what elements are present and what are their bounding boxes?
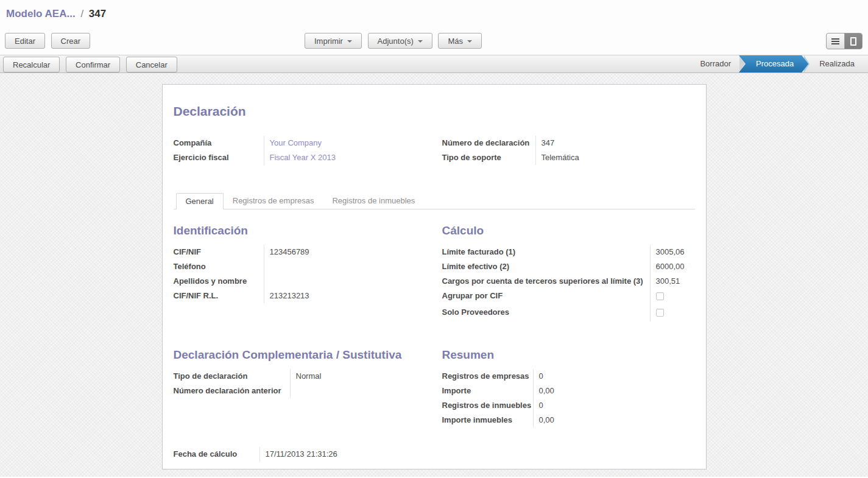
declaration-number-value: 347 [535,136,695,150]
status-step-procesada[interactable]: Procesada [739,55,808,72]
print-button-label: Imprimir [314,37,343,46]
field-row: Apellidos y nombre [174,274,426,289]
status-step-borrador[interactable]: Borrador [691,55,739,72]
field-row: Fecha de cálculo 17/11/2013 21:31:26 [174,447,436,462]
section-identificacion: Identificación CIF/NIF 123456789 Teléfon… [174,224,426,322]
tab-registros-empresas[interactable]: Registros de empresas [224,193,323,209]
cancel-button[interactable]: Cancelar [126,57,177,72]
tab-registros-inmuebles[interactable]: Registros de inmuebles [323,193,424,209]
importe-inmuebles-label: Importe inmuebles [442,413,533,427]
field-row: Límite facturado (1) 3005,06 [442,245,695,259]
apellidos-nombre-value [264,274,426,289]
cif-nif-rl-value: 213213213 [264,289,426,303]
solo-proveedores-label: Solo Proveedores [442,305,650,322]
form-view-button[interactable] [844,33,862,49]
more-button-label: Más [448,37,463,46]
field-row: Ejercicio fiscal Fiscal Year X 2013 [174,150,426,165]
fiscal-year-field-label: Ejercicio fiscal [174,150,264,165]
agrupar-por-cif-checkbox[interactable] [656,292,664,300]
agrupar-por-cif-cell [650,289,695,305]
field-row: CIF/NIF R.L. 213213213 [174,289,426,303]
registros-empresas-value: 0 [533,369,695,384]
breadcrumb: Modelo AEA... / 347 [6,8,106,20]
cif-nif-value: 123456789 [264,245,426,259]
breadcrumb-parent-link[interactable]: Modelo AEA... [6,8,76,19]
toolbar-center: Imprimir Adjunto(s) Más [305,33,482,49]
field-row: Límite efectivo (2) 6000,00 [442,259,695,274]
edit-button[interactable]: Editar [5,33,45,49]
attachments-button[interactable]: Adjunto(s) [368,33,432,49]
support-type-value: Telemática [535,150,695,165]
section-title-calculo: Cálculo [442,224,695,237]
registros-empresas-label: Registros de empresas [442,369,533,384]
caret-down-icon [347,40,352,43]
limite-facturado-value: 3005,06 [650,245,695,259]
limite-facturado-label: Límite facturado (1) [442,245,650,259]
more-button[interactable]: Más [438,33,482,49]
solo-proveedores-cell [650,305,695,322]
create-button[interactable]: Crear [51,33,91,49]
form-title: Declaración [174,104,695,119]
cargos-terceros-label: Cargos por cuenta de terceros superiores… [442,274,650,289]
registros-inmuebles-label: Registros de inmuebles [442,398,533,413]
apellidos-nombre-label: Apellidos y nombre [174,274,264,289]
recalculate-button[interactable]: Recalcular [3,57,60,72]
toolbar: Editar Crear Imprimir Adjunto(s) Más [0,33,868,49]
importe-value: 0,00 [533,384,695,398]
registros-inmuebles-value: 0 [533,398,695,413]
support-type-label: Tipo de soporte [442,150,535,165]
fiscal-year-field-value: Fiscal Year X 2013 [264,150,426,165]
importe-label: Importe [442,384,533,398]
cargos-terceros-value: 300,51 [650,274,695,289]
content-area: Declaración Compañía Your Company Ejerci… [0,73,868,477]
view-switcher [826,33,863,49]
company-field-label: Compañía [174,136,264,150]
section-title-complementaria: Declaración Complementaria / Sustitutiva [174,348,426,362]
field-row: Número de declaración 347 [442,136,695,150]
field-group-top-left: Compañía Your Company Ejercicio fiscal F… [174,136,426,165]
list-icon [831,38,839,44]
field-row: Tipo de declaración Normal [174,369,426,384]
company-link[interactable]: Your Company [270,138,322,147]
telefono-label: Teléfono [174,259,264,274]
tab-general[interactable]: General [176,193,224,209]
section-complementaria: Declaración Complementaria / Sustitutiva… [174,348,426,427]
field-row: Cargos por cuenta de terceros superiores… [442,274,695,289]
caret-down-icon [418,40,423,43]
fiscal-year-link[interactable]: Fiscal Year X 2013 [270,153,336,162]
field-row: Compañía Your Company [174,136,426,150]
field-group-fecha: Fecha de cálculo 17/11/2013 21:31:26 [174,447,436,462]
cif-nif-rl-label: CIF/NIF R.L. [174,289,264,303]
header: Modelo AEA... / 347 Editar Crear Imprimi… [0,0,868,55]
solo-proveedores-checkbox[interactable] [656,309,664,317]
statusbar-actions: Recalcular Confirmar Cancelar [3,57,177,72]
numero-declaracion-anterior-value [290,384,426,398]
print-button[interactable]: Imprimir [305,33,362,49]
fecha-calculo-value: 17/11/2013 21:31:26 [259,447,436,462]
importe-inmuebles-value: 0,00 [533,413,695,427]
field-row: Tipo de soporte Telemática [442,150,695,165]
section-calculo: Cálculo Límite facturado (1) 3005,06 Lím… [442,224,695,322]
field-row: Importe inmuebles 0,00 [442,413,695,427]
field-row: Importe 0,00 [442,384,695,398]
statusbar-steps: Borrador Procesada Realizada [691,55,863,72]
cif-nif-label: CIF/NIF [174,245,264,259]
confirm-button[interactable]: Confirmar [66,57,120,72]
caret-down-icon [467,40,472,43]
form-sheet: Declaración Compañía Your Company Ejerci… [162,84,707,469]
limite-efectivo-value: 6000,00 [650,259,695,274]
field-row: Número declaración anterior [174,384,426,398]
status-step-realizada[interactable]: Realizada [811,55,863,72]
field-row: Agrupar por CIF [442,289,695,305]
field-row: Registros de empresas 0 [442,369,695,384]
fecha-calculo-label: Fecha de cálculo [174,447,259,462]
section-title-resumen: Resumen [442,348,695,362]
tipo-declaracion-value: Normal [290,369,426,384]
field-row: Solo Proveedores [442,305,695,322]
agrupar-por-cif-label: Agrupar por CIF [442,289,650,305]
statusbar: Recalcular Confirmar Cancelar Borrador P… [0,55,868,73]
field-row: Registros de inmuebles 0 [442,398,695,413]
list-view-button[interactable] [827,33,844,49]
breadcrumb-current: 347 [89,8,106,19]
section-resumen: Resumen Registros de empresas 0 Importe … [442,348,695,427]
